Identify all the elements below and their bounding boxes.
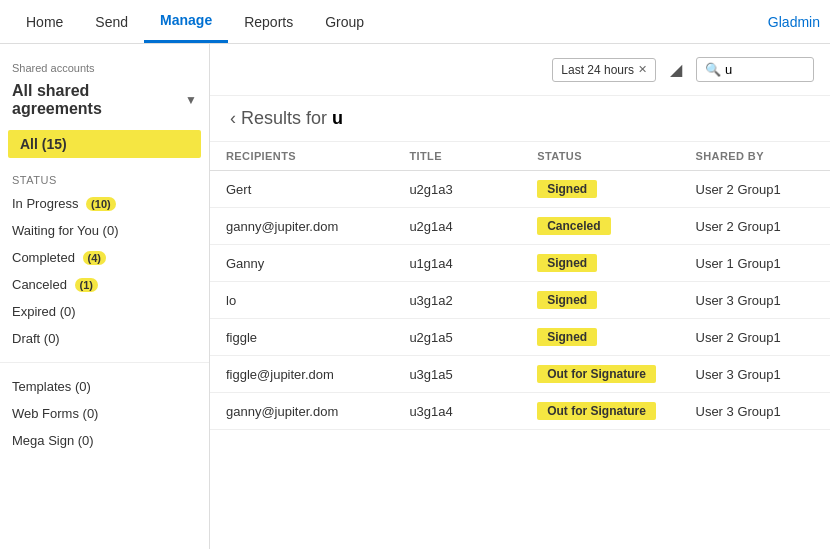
cell-status: Signed (521, 319, 679, 356)
cell-recipient: Gert (210, 171, 393, 208)
completed-badge: (4) (83, 251, 106, 265)
cell-title: u3g1a5 (393, 356, 521, 393)
results-heading: ‹ Results for u (210, 96, 830, 142)
cell-title: u2g1a3 (393, 171, 521, 208)
results-query: u (332, 108, 343, 128)
filter-icon[interactable]: ◢ (664, 56, 688, 83)
table-row[interactable]: Gertu2g1a3SignedUser 2 Group1 (210, 171, 830, 208)
search-box: 🔍 (696, 57, 814, 82)
col-header-title: Title (393, 142, 521, 171)
all-agreements-title[interactable]: All shared agreements ▼ (0, 76, 209, 124)
web-forms-badge: (0) (83, 406, 99, 421)
sidebar-item-in-progress[interactable]: In Progress (10) (0, 190, 209, 217)
cell-shared-by: User 3 Group1 (680, 393, 831, 430)
cell-shared-by: User 2 Group1 (680, 171, 831, 208)
cell-title: u2g1a4 (393, 208, 521, 245)
table-row[interactable]: figgle@jupiter.domu3g1a5Out for Signatur… (210, 356, 830, 393)
all-agreements-label: All shared agreements (12, 82, 179, 118)
table-header: Recipients Title Status Shared By (210, 142, 830, 171)
waiting-badge: (0) (103, 223, 119, 238)
status-badge: Canceled (537, 217, 610, 235)
table-row[interactable]: ganny@jupiter.domu2g1a4CanceledUser 2 Gr… (210, 208, 830, 245)
cell-recipient: lo (210, 282, 393, 319)
main-content: Last 24 hours ✕ ◢ 🔍 ‹ Results for u Reci… (210, 44, 830, 549)
cell-recipient: Ganny (210, 245, 393, 282)
cell-recipient: figgle@jupiter.dom (210, 356, 393, 393)
search-input[interactable] (725, 62, 805, 77)
time-filter-label: Last 24 hours (561, 63, 634, 77)
status-badge: Signed (537, 291, 597, 309)
cell-shared-by: User 2 Group1 (680, 319, 831, 356)
sidebar-item-templates[interactable]: Templates (0) (0, 373, 209, 400)
cell-status: Signed (521, 171, 679, 208)
cell-title: u2g1a5 (393, 319, 521, 356)
cell-status: Signed (521, 282, 679, 319)
cell-status: Out for Signature (521, 393, 679, 430)
nav-send[interactable]: Send (79, 2, 144, 42)
nav-reports[interactable]: Reports (228, 2, 309, 42)
shared-accounts-label: Shared accounts (0, 54, 209, 76)
draft-badge: (0) (44, 331, 60, 346)
table-row[interactable]: ganny@jupiter.domu3g1a4Out for Signature… (210, 393, 830, 430)
cell-recipient: figgle (210, 319, 393, 356)
nav-home[interactable]: Home (10, 2, 79, 42)
nav-user[interactable]: Gladmin (768, 14, 820, 30)
table-row[interactable]: lou3g1a2SignedUser 3 Group1 (210, 282, 830, 319)
table-body: Gertu2g1a3SignedUser 2 Group1ganny@jupit… (210, 171, 830, 430)
sidebar-item-waiting[interactable]: Waiting for You (0) (0, 217, 209, 244)
table-row[interactable]: Gannyu1g1a4SignedUser 1 Group1 (210, 245, 830, 282)
cell-shared-by: User 3 Group1 (680, 282, 831, 319)
sidebar-item-canceled[interactable]: Canceled (1) (0, 271, 209, 298)
status-badge: Signed (537, 254, 597, 272)
nav-group[interactable]: Group (309, 2, 380, 42)
expired-badge: (0) (60, 304, 76, 319)
cell-recipient: ganny@jupiter.dom (210, 208, 393, 245)
cell-title: u3g1a4 (393, 393, 521, 430)
cell-status: Canceled (521, 208, 679, 245)
table-row[interactable]: figgleu2g1a5SignedUser 2 Group1 (210, 319, 830, 356)
status-badge: Out for Signature (537, 365, 656, 383)
top-nav: Home Send Manage Reports Group Gladmin (0, 0, 830, 44)
content-header: Last 24 hours ✕ ◢ 🔍 (210, 44, 830, 96)
cell-title: u3g1a2 (393, 282, 521, 319)
sidebar-item-mega-sign[interactable]: Mega Sign (0) (0, 427, 209, 454)
all-item[interactable]: All (15) (8, 130, 201, 158)
results-table: Recipients Title Status Shared By Gertu2… (210, 142, 830, 430)
search-icon: 🔍 (705, 62, 721, 77)
main-layout: Shared accounts All shared agreements ▼ … (0, 44, 830, 549)
nav-manage[interactable]: Manage (144, 0, 228, 43)
sidebar-item-expired[interactable]: Expired (0) (0, 298, 209, 325)
col-header-status: Status (521, 142, 679, 171)
filter-group: Last 24 hours ✕ ◢ 🔍 (552, 56, 814, 83)
cell-status: Out for Signature (521, 356, 679, 393)
cell-recipient: ganny@jupiter.dom (210, 393, 393, 430)
sidebar-divider (0, 362, 209, 363)
status-badge: Signed (537, 180, 597, 198)
in-progress-badge: (10) (86, 197, 116, 211)
time-filter-close[interactable]: ✕ (638, 63, 647, 76)
chevron-down-icon: ▼ (185, 93, 197, 107)
cell-status: Signed (521, 245, 679, 282)
cell-title: u1g1a4 (393, 245, 521, 282)
sidebar: Shared accounts All shared agreements ▼ … (0, 44, 210, 549)
mega-sign-badge: (0) (78, 433, 94, 448)
status-badge: Out for Signature (537, 402, 656, 420)
canceled-badge: (1) (75, 278, 98, 292)
col-header-recipients: Recipients (210, 142, 393, 171)
status-badge: Signed (537, 328, 597, 346)
results-label: Results for (241, 108, 327, 128)
sidebar-item-web-forms[interactable]: Web Forms (0) (0, 400, 209, 427)
cell-shared-by: User 2 Group1 (680, 208, 831, 245)
col-header-shared-by: Shared By (680, 142, 831, 171)
sidebar-item-completed[interactable]: Completed (4) (0, 244, 209, 271)
cell-shared-by: User 3 Group1 (680, 356, 831, 393)
cell-shared-by: User 1 Group1 (680, 245, 831, 282)
sidebar-item-draft[interactable]: Draft (0) (0, 325, 209, 352)
status-section-label: STATUS (0, 164, 209, 190)
templates-badge: (0) (75, 379, 91, 394)
time-filter[interactable]: Last 24 hours ✕ (552, 58, 656, 82)
